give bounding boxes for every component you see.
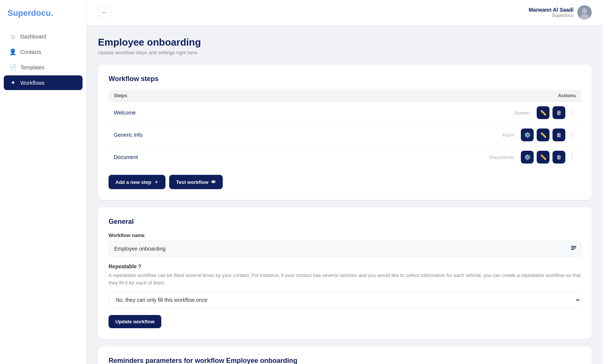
test-workflow-label: Test workflow [176, 179, 208, 185]
row-actions: Form ⚙️ ✏️ 🗑 ⋮ [503, 128, 576, 141]
svg-rect-4 [571, 248, 576, 248]
test-workflow-button[interactable]: Test workflow 👁 [169, 175, 223, 189]
workflows-icon: ✦ [9, 79, 17, 86]
workflow-name-input-row [109, 241, 581, 257]
user-name: Marwann Al Saadi [529, 7, 574, 13]
row-actions: Screen ✏️ 🗑 ⋮ [514, 106, 576, 119]
more-button[interactable]: ⋮ [568, 106, 576, 119]
sidebar-item-label: Workflows [20, 80, 44, 86]
sidebar: Superdocu. ⌂ Dashboard 👤 Contacts 📄 Temp… [0, 0, 87, 364]
delete-button[interactable]: 🗑 [552, 128, 565, 141]
workflow-name-input[interactable] [109, 241, 581, 257]
svg-point-1 [582, 8, 587, 14]
sidebar-item-workflows[interactable]: ✦ Workflows [4, 75, 83, 90]
sidebar-item-label: Templates [20, 64, 44, 70]
eye-icon: 👁 [211, 179, 216, 185]
logo-dot: . [51, 8, 53, 18]
user-text: Marwann Al Saadi Superdocu [529, 7, 574, 18]
sidebar-item-contacts[interactable]: 👤 Contacts [4, 44, 83, 59]
workflow-name-label: Workflow name [109, 232, 581, 238]
steps-table: Steps Actions Welcome Screen ✏️ 🗑 ⋮ Gene… [109, 90, 581, 168]
logo-text: Superdocu [8, 8, 51, 18]
repeatable-group: Repeatable ? A repeatable workflow can b… [109, 263, 581, 308]
sidebar-item-label: Dashboard [20, 34, 46, 40]
step-type: Documents [489, 154, 514, 160]
step-name: Welcome [114, 110, 136, 116]
user-company: Superdocu [529, 13, 574, 18]
edit-button[interactable]: ✏️ [537, 151, 549, 164]
more-button[interactable]: ⋮ [568, 151, 576, 164]
update-workflow-button[interactable]: Update workflow [109, 315, 161, 328]
back-button[interactable]: ← [98, 6, 112, 19]
sidebar-nav: ⌂ Dashboard 👤 Contacts 📄 Templates ✦ Wor… [0, 29, 86, 90]
contacts-icon: 👤 [9, 48, 17, 55]
step-name: Document [114, 154, 138, 160]
top-bar: ← Marwann Al Saadi Superdocu [87, 0, 603, 25]
more-button[interactable]: ⋮ [568, 128, 576, 141]
page-title: Employee onboarding [98, 37, 592, 48]
step-name: Generic Info [114, 132, 142, 138]
edit-button[interactable]: ✏️ [537, 128, 549, 141]
header-steps: Steps [114, 93, 127, 98]
workflow-name-group: Workflow name [109, 232, 581, 257]
row-actions: Documents ⚙️ ✏️ 🗑 ⋮ [489, 151, 576, 164]
repeatable-select[interactable]: No, they can only fill this workflow onc… [109, 292, 581, 308]
general-card: General Workflow name Repeatable ? [98, 207, 592, 339]
svg-rect-3 [571, 246, 576, 247]
page-subtitle: Update workflow steps and settings right… [98, 50, 592, 55]
avatar [577, 5, 592, 20]
sidebar-item-label: Contacts [20, 49, 41, 55]
step-type: Form [503, 132, 514, 138]
workflow-steps-title: Workflow steps [109, 75, 581, 83]
sidebar-item-dashboard[interactable]: ⌂ Dashboard [4, 29, 83, 44]
templates-icon: 📄 [9, 64, 17, 71]
svg-rect-5 [571, 249, 574, 250]
add-step-button[interactable]: Add a new step ＋ [109, 175, 165, 189]
reminders-title: Reminders parameters for workflow Employ… [109, 357, 581, 364]
step-type: Screen [514, 110, 530, 116]
repeatable-desc: A repeatable workflow can be filled seve… [109, 272, 581, 286]
add-step-label: Add a new step [115, 179, 151, 185]
page-content: Employee onboarding Update workflow step… [87, 25, 603, 364]
settings-button[interactable]: ⚙️ [521, 128, 534, 141]
sidebar-item-templates[interactable]: 📄 Templates [4, 60, 83, 75]
reminders-card: Reminders parameters for workflow Employ… [98, 346, 592, 364]
table-header: Steps Actions [109, 90, 581, 102]
edit-button[interactable]: ✏️ [537, 106, 549, 119]
table-row: Document Documents ⚙️ ✏️ 🗑 ⋮ [109, 146, 581, 168]
add-icon: ＋ [154, 179, 159, 185]
main-content: ← Marwann Al Saadi Superdocu Employee on… [87, 0, 603, 364]
delete-button[interactable]: 🗑 [552, 106, 565, 119]
steps-btn-row: Add a new step ＋ Test workflow 👁 [109, 175, 581, 189]
settings-button[interactable]: ⚙️ [521, 151, 534, 164]
input-icon [571, 245, 577, 252]
repeatable-label: Repeatable ? [109, 263, 581, 269]
delete-button[interactable]: 🗑 [552, 151, 565, 164]
workflow-steps-card: Workflow steps Steps Actions Welcome Scr… [98, 64, 592, 200]
home-icon: ⌂ [9, 33, 17, 40]
user-info: Marwann Al Saadi Superdocu [529, 5, 592, 20]
app-logo: Superdocu. [0, 0, 86, 29]
table-row: Generic Info Form ⚙️ ✏️ 🗑 ⋮ [109, 124, 581, 146]
general-title: General [109, 218, 581, 226]
table-row: Welcome Screen ✏️ 🗑 ⋮ [109, 102, 581, 124]
update-workflow-label: Update workflow [115, 319, 155, 324]
header-actions: Actions [558, 93, 576, 98]
